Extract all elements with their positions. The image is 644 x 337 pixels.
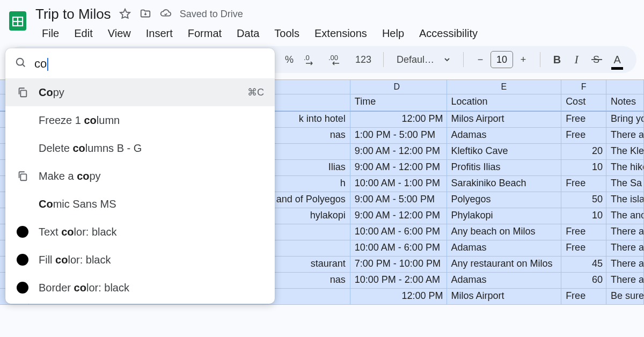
search-result-item[interactable]: Delete columns B - G — [5, 134, 275, 162]
font-family-select[interactable]: Defaul… — [392, 54, 455, 65]
header-location: Location — [447, 94, 562, 111]
svg-text:.0: .0 — [304, 54, 310, 62]
search-result-item[interactable]: Text color: black — [5, 218, 275, 246]
copy-icon — [16, 170, 29, 182]
chevron-down-icon — [444, 56, 450, 63]
column-header-e[interactable]: E — [447, 80, 562, 94]
header-cost: Cost — [561, 94, 606, 111]
keyboard-shortcut: ⌘C — [247, 86, 264, 98]
search-result-item[interactable]: Freeze 1 column — [5, 106, 275, 134]
menu-help[interactable]: Help — [376, 25, 411, 42]
column-header-d[interactable]: D — [350, 80, 447, 94]
menu-insert[interactable]: Insert — [140, 25, 179, 42]
help-search-popup: co Copy⌘CFreeze 1 columnDelete columns B… — [5, 48, 275, 304]
svg-point-8 — [17, 58, 24, 65]
menu-edit[interactable]: Edit — [68, 25, 99, 42]
format-percent-button[interactable]: % — [281, 50, 297, 69]
menu-accessibility[interactable]: Accessibility — [413, 25, 484, 42]
font-size-input[interactable]: 10 — [491, 51, 513, 68]
search-result-label: Fill color: black — [39, 254, 264, 266]
search-result-item[interactable]: Fill color: black — [5, 246, 275, 274]
color-swatch-icon — [16, 281, 29, 294]
header: Trip to Milos Saved to Drive FileEditVie… — [0, 0, 644, 43]
column-header-g[interactable] — [606, 80, 644, 94]
bold-button[interactable]: B — [549, 50, 565, 69]
move-icon[interactable] — [139, 8, 152, 20]
menu-format[interactable]: Format — [181, 25, 228, 42]
menu-view[interactable]: View — [101, 25, 137, 42]
sheets-logo[interactable] — [5, 4, 30, 38]
svg-line-9 — [23, 64, 25, 67]
search-input[interactable]: co — [34, 57, 265, 71]
svg-rect-10 — [20, 91, 26, 97]
text-color-button[interactable]: A — [609, 50, 625, 69]
search-result-item[interactable]: Comic Sans MS — [5, 190, 275, 218]
document-title[interactable]: Trip to Milos — [35, 6, 111, 23]
search-result-label: Freeze 1 column — [39, 114, 264, 127]
more-formats-button[interactable]: 123 — [352, 50, 375, 69]
toolbar-separator — [463, 52, 464, 67]
decrease-font-size-button[interactable]: − — [472, 50, 488, 69]
search-result-label: Comic Sans MS — [39, 198, 264, 210]
font-family-label: Defaul… — [397, 54, 434, 65]
menu-bar: FileEditViewInsertFormatDataToolsExtensi… — [35, 24, 484, 43]
search-result-item[interactable]: Border color: black — [5, 274, 275, 302]
cloud-icon[interactable] — [159, 8, 172, 20]
star-icon[interactable] — [119, 8, 131, 20]
strikethrough-button[interactable]: S — [588, 50, 606, 69]
svg-rect-11 — [20, 174, 26, 181]
search-icon — [15, 57, 27, 71]
copy-icon — [16, 86, 29, 99]
header-time: Time — [350, 94, 447, 111]
search-result-item[interactable]: Copy⌘C — [5, 78, 275, 106]
svg-text:.00: .00 — [328, 54, 338, 62]
search-result-item[interactable]: Make a copy — [5, 162, 275, 190]
search-result-label: Border color: black — [39, 282, 264, 294]
increase-font-size-button[interactable]: + — [515, 50, 531, 69]
save-status: Saved to Drive — [180, 9, 243, 20]
menu-extensions[interactable]: Extensions — [308, 25, 374, 42]
italic-button[interactable]: I — [568, 50, 584, 69]
color-swatch-icon — [16, 225, 29, 238]
menu-file[interactable]: File — [35, 25, 65, 42]
color-swatch-icon — [16, 253, 29, 266]
increase-decimal-button[interactable]: .00 — [325, 50, 349, 69]
search-result-label: Copy — [39, 86, 238, 99]
menu-tools[interactable]: Tools — [268, 25, 306, 42]
column-header-f[interactable]: F — [561, 80, 606, 94]
search-result-label: Text color: black — [39, 226, 264, 238]
decrease-decimal-button[interactable]: .0 — [301, 50, 322, 69]
header-notes: Notes — [606, 94, 644, 111]
toolbar-separator — [383, 52, 384, 67]
menu-data[interactable]: Data — [230, 25, 266, 42]
search-result-label: Delete columns B - G — [39, 142, 264, 155]
toolbar-separator — [540, 52, 540, 67]
search-result-label: Make a copy — [39, 170, 264, 182]
